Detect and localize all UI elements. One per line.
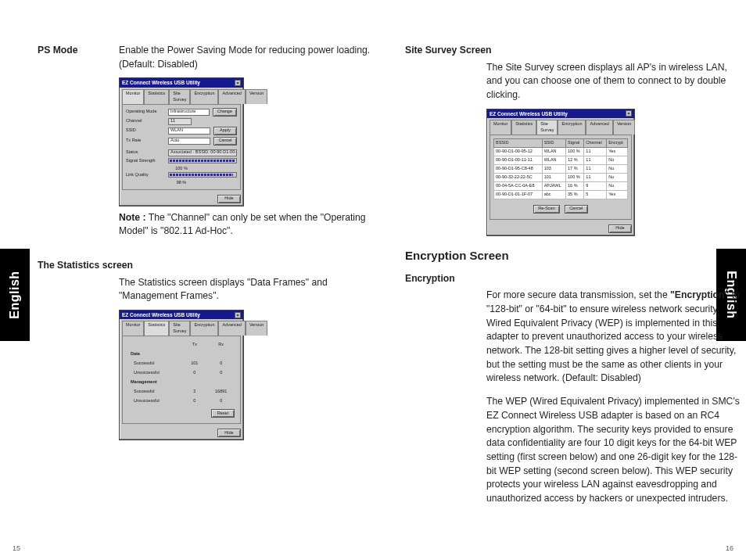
tab-version[interactable]: Version bbox=[246, 321, 267, 336]
encryption-p1: For more secure data transmission, set t… bbox=[486, 289, 741, 386]
psmode-label: PS Mode bbox=[38, 44, 108, 71]
tab-monitor[interactable]: Monitor bbox=[122, 89, 144, 104]
hide-button[interactable]: Hide bbox=[608, 224, 632, 233]
close-icon[interactable]: × bbox=[235, 80, 241, 86]
enc
  ption-heading: Encryption bbox=[405, 272, 455, 286]
txrate-label: Tx Rate bbox=[126, 138, 165, 144]
link-label: Link Quality bbox=[126, 172, 165, 178]
tab-monitor[interactable]: Monitor bbox=[122, 321, 144, 336]
apply-button[interactable]: Apply bbox=[213, 127, 237, 135]
tab-advanced[interactable]: Advanced bbox=[218, 89, 245, 104]
cancel-button[interactable]: Cancel bbox=[565, 205, 588, 214]
signal-label: Signal Strength bbox=[126, 158, 165, 164]
site-text: The Site Survey screen displays all AP's… bbox=[486, 61, 741, 102]
left-column: PS Mode Enable the Power Saving Mode for… bbox=[38, 44, 374, 440]
language-label: English bbox=[8, 271, 22, 318]
status-label: Status bbox=[126, 149, 165, 156]
signal-pct: 100 % bbox=[126, 166, 237, 172]
stats-group-data: Data bbox=[127, 350, 182, 358]
survey-col-ssid[interactable]: SSID bbox=[542, 139, 565, 148]
encryption-screen-heading: Encryption Screen bbox=[405, 247, 741, 264]
stats-col-rx: Rx bbox=[206, 341, 235, 349]
dialog-title: EZ Connect Wireless USB Utility bbox=[122, 311, 200, 318]
stats-col-tx: Tx bbox=[184, 341, 205, 349]
ssid-label: SSID bbox=[126, 127, 165, 134]
table-row[interactable]: 00-90-D1-01-1F-07abc35 %5Yes bbox=[494, 190, 628, 199]
page-number-right: 16 bbox=[726, 544, 733, 552]
signal-bar bbox=[168, 158, 237, 163]
tab-encryption[interactable]: Encryption bbox=[190, 89, 218, 104]
tab-site-survey[interactable]: Site Survey bbox=[536, 120, 558, 135]
hide-button[interactable]: Hide bbox=[217, 195, 241, 203]
page-number-left: 15 bbox=[13, 544, 20, 552]
note-row: Note : The "Channel" can only be set whe… bbox=[119, 211, 374, 239]
survey-table[interactable]: BSSID SSID Signal Channel Encrypt 00-90-… bbox=[493, 138, 628, 199]
survey-col-enc[interactable]: Encrypt bbox=[607, 139, 628, 148]
monitor-pane: Operating ModeInfrastructureChange Chann… bbox=[122, 104, 241, 190]
language-tab-left: English bbox=[0, 249, 30, 341]
opmode-label: Operating Mode bbox=[126, 109, 165, 115]
close-icon[interactable]: × bbox=[235, 312, 241, 318]
stats-heading-row: The Statistics screen bbox=[38, 259, 374, 273]
tab-version[interactable]: Version bbox=[613, 120, 635, 135]
statistics-dialog: EZ Connect Wireless USB Utility× Monitor… bbox=[119, 310, 244, 440]
channel-label: Channel bbox=[126, 118, 165, 124]
txrate-select[interactable]: Auto bbox=[168, 138, 210, 145]
tab-statistics[interactable]: Statistics bbox=[144, 89, 169, 104]
hide-button[interactable]: Hide bbox=[217, 429, 241, 437]
dialog-titlebar: EZ Connect Wireless USB Utility × bbox=[120, 78, 243, 87]
monitor-tabs: Monitor Statistics Site Survey Encryptio… bbox=[120, 88, 243, 104]
tab-site-survey[interactable]: Site Survey bbox=[169, 89, 190, 104]
table-row[interactable]: 00-04-5A-CC-0A-E8APJAWL16 %9No bbox=[494, 181, 628, 190]
status-field: Associated - BSSID: 00-90-D1-00-95-12 bbox=[168, 149, 237, 156]
tab-site-survey[interactable]: Site Survey bbox=[169, 321, 190, 336]
stats-row: Unsuccessful bbox=[127, 369, 182, 377]
cancel-button[interactable]: Cancel bbox=[213, 137, 237, 145]
channel-field[interactable]: 11 bbox=[168, 118, 192, 125]
table-row[interactable]: 00-90-D1-00-11-11WLAN12 %11No bbox=[494, 156, 628, 165]
stats-row: Unsuccessful bbox=[127, 397, 182, 405]
psmode-row: PS Mode Enable the Power Saving Mode for… bbox=[38, 44, 374, 71]
note-label: Note : bbox=[119, 212, 146, 223]
opmode-select[interactable]: Infrastructure bbox=[168, 109, 210, 116]
tab-statistics[interactable]: Statistics bbox=[511, 120, 536, 135]
dialog-title: EZ Connect Wireless USB Utility bbox=[122, 79, 200, 86]
tab-monitor[interactable]: Monitor bbox=[490, 120, 511, 135]
stats-text: The Statistics screen displays "Data Fra… bbox=[119, 276, 374, 303]
note-text: The "Channel" can only be set when the "… bbox=[119, 212, 366, 237]
encryption-p2: The WEP (Wired Equivalent Privacy) imple… bbox=[486, 395, 741, 506]
tab-encryption[interactable]: Encryption bbox=[190, 321, 218, 336]
stats-group-mgmt: Management bbox=[127, 379, 182, 386]
monitor-dialog: EZ Connect Wireless USB Utility × Monito… bbox=[119, 77, 244, 206]
survey-col-signal[interactable]: Signal bbox=[566, 139, 584, 148]
stats-table: TxRx Data Successful1010 Unsuccessful00 … bbox=[126, 339, 237, 407]
psmode-text: Enable the Power Saving Mode for reducin… bbox=[119, 44, 374, 71]
tab-advanced[interactable]: Advanced bbox=[586, 120, 612, 135]
tab-encryption[interactable]: Encryption bbox=[558, 120, 586, 135]
close-icon[interactable]: × bbox=[626, 110, 632, 117]
site-heading: Site Survey Screen bbox=[405, 44, 491, 58]
reset-button[interactable]: Reset bbox=[211, 409, 235, 418]
right-column: Site Survey Screen The Site Survey scree… bbox=[405, 44, 741, 506]
stats-row: Successful bbox=[127, 360, 182, 368]
tab-version[interactable]: Version bbox=[246, 89, 267, 104]
table-row[interactable]: 00-90-D1-95-C8-4810317 %11No bbox=[494, 165, 628, 174]
stats-row: Successful bbox=[127, 388, 182, 396]
dialog-title: EZ Connect Wireless USB Utility bbox=[490, 110, 568, 117]
ssid-field[interactable]: WLAN bbox=[168, 127, 210, 135]
link-bar bbox=[168, 172, 237, 178]
change-button[interactable]: Change bbox=[213, 108, 237, 117]
tab-advanced[interactable]: Advanced bbox=[218, 321, 245, 336]
tab-statistics[interactable]: Statistics bbox=[144, 321, 169, 336]
site-survey-dialog: EZ Connect Wireless USB Utility× Monitor… bbox=[486, 109, 635, 236]
table-row[interactable]: 00-90-D1-00-95-12WLAN100 %11Yes bbox=[494, 148, 628, 156]
stats-heading: The Statistics screen bbox=[38, 259, 133, 273]
link-pct: 98 % bbox=[126, 180, 237, 186]
rescan-button[interactable]: Re-Scan bbox=[533, 205, 559, 214]
survey-col-ch[interactable]: Channel bbox=[584, 139, 607, 148]
survey-col-bssid[interactable]: BSSID bbox=[494, 139, 543, 148]
table-row[interactable]: 00-90-32-22-22-5C101100 %11No bbox=[494, 173, 628, 181]
